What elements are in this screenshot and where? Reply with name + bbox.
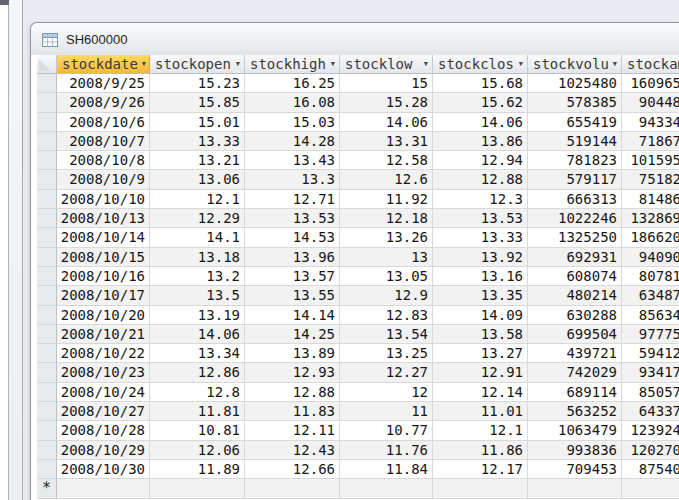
cell-stocklow[interactable]: 12.9 xyxy=(340,286,433,305)
cell-stockopen[interactable]: 12.29 xyxy=(150,209,245,228)
new-record-cell-stockclos[interactable] xyxy=(433,479,528,498)
record-selector[interactable] xyxy=(37,132,57,151)
cell-stockopen[interactable]: 12.8 xyxy=(150,383,245,402)
cell-stockhigh[interactable]: 14.53 xyxy=(245,228,340,247)
cell-stockopen[interactable]: 13.18 xyxy=(150,248,245,267)
cell-stockhigh[interactable]: 16.08 xyxy=(245,93,340,112)
cell-stockam[interactable]: 123924 xyxy=(622,421,679,440)
cell-stockvolu[interactable]: 563252 xyxy=(528,402,622,421)
cell-stockhigh[interactable]: 13.43 xyxy=(245,151,340,170)
cell-stockdate[interactable]: 2008/9/26 xyxy=(57,93,150,112)
cell-stockvolu[interactable]: 666313 xyxy=(528,190,622,209)
cell-stockhigh[interactable]: 14.28 xyxy=(245,132,340,151)
record-selector[interactable] xyxy=(37,267,57,286)
record-selector[interactable] xyxy=(37,93,57,112)
cell-stockopen[interactable]: 10.81 xyxy=(150,421,245,440)
cell-stockopen[interactable]: 15.01 xyxy=(150,113,245,132)
column-header-stockhigh[interactable]: stockhigh▼ xyxy=(245,55,340,74)
cell-stockclos[interactable]: 12.17 xyxy=(433,460,528,479)
cell-stockvolu[interactable]: 630288 xyxy=(528,306,622,325)
cell-stockopen[interactable]: 11.81 xyxy=(150,402,245,421)
column-header-stockopen[interactable]: stockopen▼ xyxy=(150,55,245,74)
cell-stockopen[interactable]: 15.85 xyxy=(150,93,245,112)
cell-stockopen[interactable]: 13.5 xyxy=(150,286,245,305)
cell-stocklow[interactable]: 12.6 xyxy=(340,170,433,189)
cell-stockdate[interactable]: 2008/10/28 xyxy=(57,421,150,440)
cell-stockopen[interactable]: 13.34 xyxy=(150,344,245,363)
cell-stockdate[interactable]: 2008/10/27 xyxy=(57,402,150,421)
cell-stockclos[interactable]: 12.3 xyxy=(433,190,528,209)
cell-stockopen[interactable]: 12.1 xyxy=(150,190,245,209)
cell-stockdate[interactable]: 2008/10/14 xyxy=(57,228,150,247)
filter-dropdown-icon[interactable]: ▼ xyxy=(138,60,146,68)
cell-stockdate[interactable]: 2008/10/23 xyxy=(57,363,150,382)
cell-stockam[interactable]: 97775 xyxy=(622,325,679,344)
new-record-cell-stockopen[interactable] xyxy=(150,479,245,498)
navigation-pane-collapsed[interactable] xyxy=(9,0,23,500)
cell-stockhigh[interactable]: 11.83 xyxy=(245,402,340,421)
cell-stockam[interactable]: 132869 xyxy=(622,209,679,228)
cell-stockopen[interactable]: 13.06 xyxy=(150,170,245,189)
cell-stockhigh[interactable]: 12.43 xyxy=(245,441,340,460)
cell-stocklow[interactable]: 13.25 xyxy=(340,344,433,363)
cell-stocklow[interactable]: 12.18 xyxy=(340,209,433,228)
cell-stockhigh[interactable]: 12.66 xyxy=(245,460,340,479)
cell-stocklow[interactable]: 12.83 xyxy=(340,306,433,325)
cell-stocklow[interactable]: 11 xyxy=(340,402,433,421)
cell-stockhigh[interactable]: 15.03 xyxy=(245,113,340,132)
cell-stockclos[interactable]: 11.86 xyxy=(433,441,528,460)
cell-stocklow[interactable]: 13.54 xyxy=(340,325,433,344)
new-record-cell-stockhigh[interactable] xyxy=(245,479,340,498)
cell-stockhigh[interactable]: 12.93 xyxy=(245,363,340,382)
cell-stockopen[interactable]: 12.06 xyxy=(150,441,245,460)
cell-stockclos[interactable]: 15.68 xyxy=(433,74,528,93)
cell-stockvolu[interactable]: 655419 xyxy=(528,113,622,132)
cell-stockam[interactable]: 90448 xyxy=(622,93,679,112)
cell-stockdate[interactable]: 2008/10/24 xyxy=(57,383,150,402)
column-header-stocklow[interactable]: stocklow▼ xyxy=(340,55,433,74)
cell-stockvolu[interactable]: 709453 xyxy=(528,460,622,479)
cell-stocklow[interactable]: 12 xyxy=(340,383,433,402)
cell-stockhigh[interactable]: 13.57 xyxy=(245,267,340,286)
record-selector[interactable] xyxy=(37,209,57,228)
cell-stockclos[interactable]: 13.92 xyxy=(433,248,528,267)
record-selector[interactable] xyxy=(37,383,57,402)
cell-stockhigh[interactable]: 12.71 xyxy=(245,190,340,209)
cell-stockopen[interactable]: 15.23 xyxy=(150,74,245,93)
record-selector[interactable] xyxy=(37,248,57,267)
filter-dropdown-icon[interactable]: ▼ xyxy=(327,60,335,68)
cell-stockopen[interactable]: 13.33 xyxy=(150,132,245,151)
cell-stockclos[interactable]: 11.01 xyxy=(433,402,528,421)
cell-stockclos[interactable]: 12.88 xyxy=(433,170,528,189)
select-all-cell[interactable] xyxy=(37,55,57,74)
cell-stockclos[interactable]: 14.06 xyxy=(433,113,528,132)
record-selector[interactable] xyxy=(37,325,57,344)
cell-stockclos[interactable]: 12.1 xyxy=(433,421,528,440)
cell-stockam[interactable]: 120270 xyxy=(622,441,679,460)
cell-stockopen[interactable]: 12.86 xyxy=(150,363,245,382)
cell-stockclos[interactable]: 14.09 xyxy=(433,306,528,325)
record-selector[interactable] xyxy=(37,306,57,325)
column-header-stockam[interactable]: stockam xyxy=(622,55,679,74)
cell-stockclos[interactable]: 15.62 xyxy=(433,93,528,112)
cell-stockvolu[interactable]: 519144 xyxy=(528,132,622,151)
cell-stockam[interactable]: 81486 xyxy=(622,190,679,209)
cell-stockdate[interactable]: 2008/10/10 xyxy=(57,190,150,209)
cell-stocklow[interactable]: 12.27 xyxy=(340,363,433,382)
record-selector[interactable] xyxy=(37,286,57,305)
cell-stockam[interactable]: 80781 xyxy=(622,267,679,286)
cell-stockdate[interactable]: 2008/10/16 xyxy=(57,267,150,286)
cell-stockhigh[interactable]: 12.88 xyxy=(245,383,340,402)
cell-stockclos[interactable]: 13.16 xyxy=(433,267,528,286)
cell-stockam[interactable]: 94090 xyxy=(622,248,679,267)
cell-stockopen[interactable]: 13.21 xyxy=(150,151,245,170)
cell-stocklow[interactable]: 15 xyxy=(340,74,433,93)
record-selector[interactable] xyxy=(37,363,57,382)
cell-stocklow[interactable]: 13 xyxy=(340,248,433,267)
cell-stockdate[interactable]: 2008/10/30 xyxy=(57,460,150,479)
cell-stocklow[interactable]: 13.26 xyxy=(340,228,433,247)
cell-stockam[interactable]: 75182 xyxy=(622,170,679,189)
cell-stockam[interactable]: 59412 xyxy=(622,344,679,363)
new-record-cell-stockdate[interactable] xyxy=(57,479,150,498)
cell-stockopen[interactable]: 14.06 xyxy=(150,325,245,344)
